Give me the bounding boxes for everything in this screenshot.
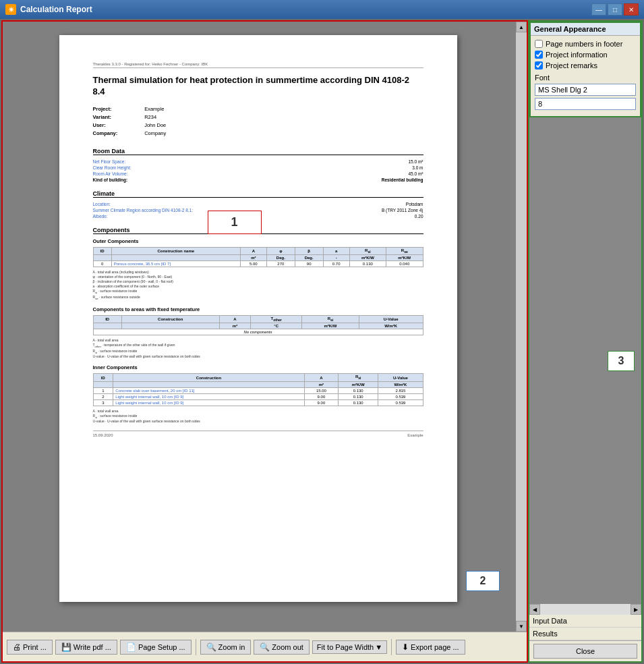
scroll-down-button[interactable]: ▼ — [516, 621, 527, 632]
left-panel: ▲ ▼ Therakles 3.3.0 - Registered for: He… — [1, 20, 528, 663]
input-data-nav[interactable]: Input Data — [529, 615, 641, 628]
fixed-temp-table: ID Construction A Tother Rsi U-Value m² … — [93, 315, 423, 335]
font-label: Font — [535, 74, 636, 82]
maximize-button[interactable]: □ — [608, 3, 622, 16]
toolbar-separator — [196, 639, 196, 655]
outer-col-beta: β — [295, 247, 323, 254]
outer-subh-a: m² — [240, 254, 266, 260]
climate-title: Climate — [93, 190, 423, 198]
right-panel: General Appearance Page numbers in foote… — [528, 20, 643, 663]
inner-col-uvalue: U-Value — [378, 374, 423, 381]
location-row: Location: Potsdam — [93, 202, 423, 206]
outer-subh-beta: Deg. — [295, 254, 323, 260]
project-info-checkbox[interactable] — [535, 51, 543, 59]
company-value: Company — [144, 130, 166, 136]
dropdown-arrow-icon: ▼ — [375, 643, 382, 651]
zoom-out-button[interactable]: 🔍 Zoom out — [254, 640, 309, 655]
table-row: No components — [93, 329, 423, 335]
inner-subh-construction — [113, 381, 305, 387]
project-label: Project: — [93, 106, 118, 112]
right-buttons: Close — [529, 640, 641, 661]
outer-components-subtitle: Outer Components — [93, 238, 423, 244]
fit-page-width-button[interactable]: Fit to Page Width ▼ — [312, 640, 387, 654]
inner-r2-rsi: 0.130 — [339, 393, 378, 399]
location-value: Potsdam — [406, 202, 423, 206]
write-pdf-button[interactable]: 💾 Write pdf ... — [55, 640, 117, 655]
inner-r2-a: 9.00 — [304, 393, 338, 399]
inner-footnote: A · total wall area Rsi · surface resist… — [93, 409, 423, 424]
app-icon: ☀ — [5, 4, 16, 15]
user-label: User: — [93, 122, 118, 128]
page-document: Therakles 3.3.0 - Registered for: Heiko … — [59, 35, 457, 602]
inner-r3-construction: Light weight internal wall, 10 cm [ID 9] — [113, 399, 305, 406]
main-container: ▲ ▼ Therakles 3.3.0 - Registered for: He… — [0, 19, 644, 664]
company-label: Company: — [93, 130, 118, 136]
results-nav[interactable]: Results — [529, 628, 641, 640]
room-air-value: 45.0 m³ — [408, 171, 423, 176]
scroll-right-button[interactable]: ▶ — [631, 604, 641, 615]
zoom-in-icon: 🔍 — [206, 642, 216, 652]
net-floor-label: Net Floor Space: — [93, 159, 126, 164]
page-numbers-checkbox[interactable] — [535, 40, 543, 48]
doc-header-line: Therakles 3.3.0 - Registered for: Heiko … — [93, 62, 423, 68]
table-row: 1 Concrete slab over basement, 20 cm [ID… — [93, 387, 423, 393]
page-setup-button[interactable]: 📄 Page Setup ... — [120, 640, 192, 655]
inner-r3-uvalue: 0.539 — [378, 399, 423, 406]
inner-subh-rsi: m²K/W — [339, 381, 378, 387]
outer-row-rse: 0.040 — [386, 260, 423, 267]
outer-components-table: ID Construction name A φ β a Rsi Rse — [93, 247, 423, 267]
page-numbers-label[interactable]: Page numbers in footer — [546, 40, 622, 48]
doc-project-labels: Project: Variant: User: Company: — [93, 106, 118, 138]
outer-col-rse: Rse — [386, 247, 423, 254]
zoom-in-button[interactable]: 🔍 Zoom in — [200, 640, 252, 655]
horizontal-scrollbar[interactable]: ◀ ▶ — [529, 604, 641, 615]
fixed-col-uvalue: U-Value — [359, 315, 423, 323]
close-window-button[interactable]: ✕ — [624, 3, 639, 16]
project-remarks-label[interactable]: Project remarks — [546, 61, 597, 70]
outer-row-a: 5.00 — [240, 260, 266, 267]
doc-footer: 15.09.2020 Example — [93, 431, 423, 437]
inner-subh-uvalue: W/m²K — [378, 381, 423, 387]
fixed-col-id: ID — [93, 315, 121, 323]
fixed-footnote: A · total wall area Tother · temperature… — [93, 338, 423, 360]
scroll-track — [540, 604, 631, 615]
outer-subh-name — [111, 254, 240, 260]
vertical-scrollbar[interactable]: ▲ ▼ — [516, 22, 527, 632]
export-page-button[interactable]: ⬇ Export page ... — [396, 640, 465, 655]
font-size-input[interactable] — [535, 98, 636, 110]
kind-building-value: Residential building — [382, 177, 423, 182]
page-number-box-1: 1 — [208, 211, 262, 234]
outer-col-rsi: Rsi — [349, 247, 386, 254]
doc-project-values: Example R234 John Doe Company — [144, 106, 166, 138]
scroll-left-button[interactable]: ◀ — [529, 604, 540, 615]
clear-room-value: 3.0 m — [412, 165, 423, 170]
outer-subh-rse: m²K/W — [386, 254, 423, 260]
fixed-col-rsi: Rsi — [301, 315, 359, 323]
project-remarks-checkbox[interactable] — [535, 61, 543, 70]
project-info-label[interactable]: Project information — [546, 51, 608, 59]
kind-building-row: Kind of building: Residential building — [93, 177, 423, 182]
doc-title: Thermal simulation for heat protection i… — [93, 75, 423, 98]
albedo-value: 0.20 — [415, 214, 423, 219]
room-air-label: Room Air Volume: — [93, 171, 128, 176]
font-name-input[interactable] — [535, 84, 636, 96]
inner-subh-id — [93, 381, 113, 387]
page-number-box-3: 3 — [608, 351, 635, 371]
net-floor-row: Net Floor Space: 15.0 m² — [93, 159, 423, 164]
navigation-section: Input Data Results — [529, 615, 641, 640]
title-bar: ☀ Calculation Report — □ ✕ — [0, 0, 644, 19]
outer-row-a2: 0.70 — [323, 260, 349, 267]
outer-col-id: ID — [93, 247, 111, 254]
room-air-row: Room Air Volume: 45.0 m³ — [93, 171, 423, 176]
font-section: Font — [535, 74, 636, 112]
minimize-button[interactable]: — — [591, 3, 606, 16]
location-label: Location: — [93, 202, 111, 206]
window-controls: — □ ✕ — [591, 3, 639, 16]
inner-r3-a: 9.00 — [304, 399, 338, 406]
print-button[interactable]: 🖨 Print ... — [7, 640, 53, 655]
close-button[interactable]: Close — [533, 644, 637, 659]
outer-subh-a2: - — [323, 254, 349, 260]
variant-value: R234 — [144, 114, 166, 120]
scroll-up-button[interactable]: ▲ — [516, 22, 527, 32]
doc-project-info: Project: Variant: User: Company: Example… — [93, 106, 423, 138]
